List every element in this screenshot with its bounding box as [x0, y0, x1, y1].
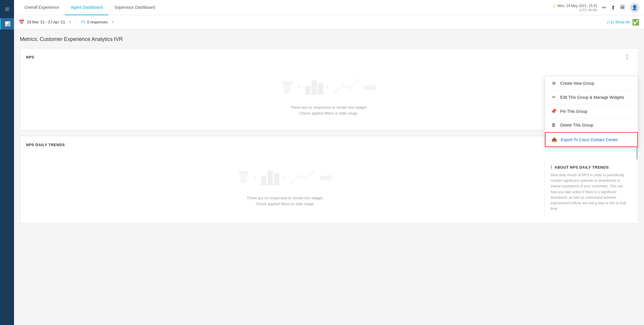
svg-marker-10	[363, 83, 378, 92]
create-group-item[interactable]: ⊕ Create New Group	[545, 76, 638, 90]
line-chart-icon	[334, 79, 360, 95]
date-filter[interactable]: 📅 29 Mar '21 - 27 Apr '21 ▼	[19, 19, 77, 25]
funnel-icon	[280, 80, 295, 95]
svg-point-14	[246, 171, 247, 172]
tab-agent[interactable]: Agent Dashboard	[65, 0, 108, 15]
svg-marker-5	[327, 86, 329, 89]
export-cisco-icon: 📤	[551, 137, 557, 142]
filter-bar: 📅 29 Mar '21 - 27 Apr '21 ▼ ⊓ 0 response…	[14, 15, 644, 29]
svg-point-7	[341, 84, 344, 86]
nps-trends-card: NPS DAILY TRENDS ⋮	[20, 136, 638, 224]
svg-point-8	[349, 87, 351, 89]
filter-icon: ⊓	[81, 19, 85, 25]
top-right: ⚠ Mon, 24 May 2021, 15:31 (UTC 00:00) ✏ …	[553, 3, 639, 12]
nps-more-button[interactable]: ⋮	[622, 53, 632, 61]
svg-point-2	[284, 81, 285, 82]
about-title: ℹ ABOUT NPS DAILY TRENDS	[550, 165, 626, 170]
datetime-display: ⚠ Mon, 24 May 2021, 15:31 (UTC 00:00)	[553, 4, 597, 12]
response-chevron-icon: ▼	[111, 20, 114, 24]
nps-trends-illustration	[236, 170, 334, 186]
show-all-button[interactable]: (+1) Show All	[607, 20, 630, 24]
arrow-large-icon	[363, 82, 378, 93]
about-text: View daily trends of NPS in order to per…	[550, 172, 626, 212]
create-group-icon: ⊕	[551, 80, 557, 86]
nps-card-main: There are no responses to render this wi…	[26, 71, 632, 124]
svg-marker-15	[254, 176, 257, 180]
edit-icon[interactable]: ✏	[602, 4, 606, 11]
svg-marker-16	[283, 176, 285, 180]
sidebar-grid-icon[interactable]: ⊞	[2, 3, 12, 15]
nps-trends-empty-state: There are no responses to render this wi…	[236, 170, 334, 207]
verified-icon: ✅	[632, 19, 639, 26]
nav-icons: ✏ ⬆ 🏛 👤	[602, 3, 639, 12]
delete-group-item[interactable]: 🗑 Delete This Group	[545, 118, 638, 132]
tab-overall[interactable]: Overall Experience	[19, 0, 65, 15]
svg-point-9	[356, 79, 358, 82]
edit-group-icon: ✏	[551, 94, 557, 100]
svg-point-19	[305, 177, 307, 180]
user-avatar[interactable]: 👤	[630, 3, 639, 12]
nps-empty-text: There are no responses to render this wi…	[285, 105, 373, 116]
sidebar: ⊞ 📊	[0, 0, 14, 325]
svg-point-1	[286, 82, 288, 84]
download-icon[interactable]: ⬆	[611, 4, 615, 11]
delete-group-icon: 🗑	[551, 122, 557, 128]
datetime-alert: ⚠ Mon, 24 May 2021, 15:31	[553, 4, 597, 8]
svg-marker-4	[298, 86, 300, 89]
svg-point-13	[240, 171, 241, 172]
svg-point-20	[312, 170, 314, 172]
nps-trends-empty-text: There are no responses to render this wi…	[241, 195, 329, 207]
nps-illustration	[280, 79, 378, 95]
arrow-right-icon	[298, 84, 302, 90]
nps-trends-main: There are no responses to render this wi…	[26, 159, 544, 217]
tab-supervisor[interactable]: Supervisor Dashboard	[108, 0, 161, 15]
response-filter[interactable]: ⊓ 0 responses ▼	[77, 19, 114, 25]
bar-chart-icon	[305, 80, 323, 95]
pin-group-icon: 📌	[551, 108, 557, 114]
bank-icon[interactable]: 🏛	[620, 4, 625, 11]
svg-point-12	[243, 172, 244, 174]
alert-triangle-icon: ⚠	[553, 4, 556, 8]
funnel2-icon	[236, 170, 251, 186]
nps-empty-state: There are no responses to render this wi…	[280, 79, 378, 116]
content-area: Metrics: Customer Experience Analytics I…	[14, 29, 644, 325]
svg-marker-21	[320, 174, 334, 182]
nps-card-header: NPS ⋮	[20, 49, 638, 65]
export-cisco-item[interactable]: 📤 Export To Cisco Contact Center	[545, 132, 638, 147]
pin-group-item[interactable]: 📌 Pin This Group	[545, 104, 638, 118]
date-chevron-icon: ▼	[69, 20, 72, 24]
line-chart2-icon	[290, 170, 316, 186]
calendar-icon: 📅	[19, 19, 25, 25]
page-title: Metrics: Customer Experience Analytics I…	[20, 36, 638, 42]
nps-trends-side: ℹ ABOUT NPS DAILY TRENDS View daily tren…	[544, 159, 632, 217]
svg-point-3	[290, 81, 291, 82]
bar-chart2-icon	[261, 171, 279, 185]
nps-trends-body: There are no responses to render this wi…	[20, 153, 638, 223]
dropdown-menu: ⊕ Create New Group ✏ Edit This Group & M…	[545, 76, 638, 147]
info-icon: ℹ	[550, 165, 552, 170]
arrow-right4-icon	[283, 175, 286, 181]
top-nav: Overall Experience Agent Dashboard Super…	[14, 0, 644, 15]
svg-point-6	[334, 91, 336, 94]
edit-group-item[interactable]: ✏ Edit This Group & Manage Widgets	[545, 90, 638, 104]
arrow-large2-icon	[320, 172, 334, 184]
main-content: Overall Experience Agent Dashboard Super…	[14, 0, 644, 325]
sidebar-chart-icon[interactable]: 📊	[0, 18, 14, 30]
svg-point-17	[290, 182, 292, 184]
arrow-right3-icon	[254, 175, 258, 181]
arrow-right2-icon	[327, 84, 330, 90]
nav-tabs: Overall Experience Agent Dashboard Super…	[19, 0, 553, 15]
svg-point-18	[297, 174, 300, 177]
